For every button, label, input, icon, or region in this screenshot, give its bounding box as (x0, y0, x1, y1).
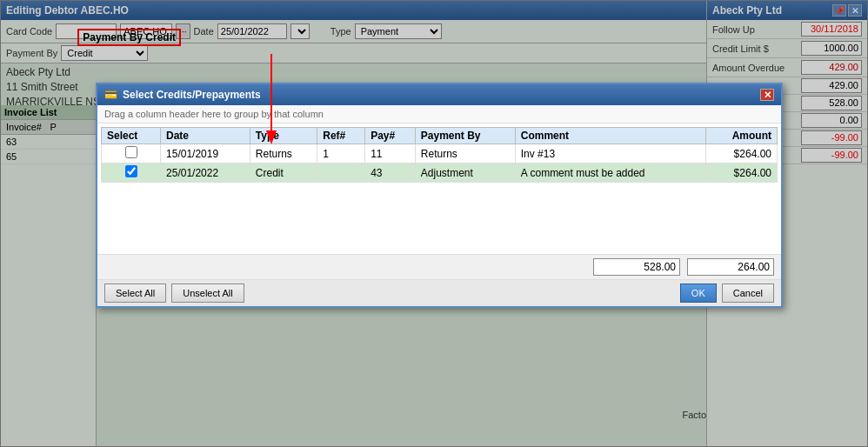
row2-amount: $264.00 (705, 163, 777, 183)
col-amount: Amount (705, 128, 777, 144)
row1-date: 15/01/2019 (161, 144, 250, 163)
row1-checkbox[interactable] (125, 146, 137, 158)
row1-select (102, 144, 161, 163)
credits-table: Select Date Type Ref# Pay# Payment By Co… (101, 127, 778, 183)
col-comment: Comment (515, 128, 705, 144)
row2-select (102, 163, 161, 183)
col-select: Select (102, 128, 161, 144)
row1-pay: 11 (365, 144, 416, 163)
ok-button[interactable]: OK (680, 284, 717, 303)
col-date: Date (161, 128, 250, 144)
select-all-button[interactable]: Select All (104, 284, 166, 303)
modal-icon: 💳 (104, 89, 117, 101)
row1-ref: 1 (317, 144, 365, 163)
total-left-input (593, 258, 680, 276)
footer-right-buttons: OK Cancel (680, 284, 774, 303)
table-row: 15/01/2019 Returns 1 11 Returns Inv #13 … (102, 144, 778, 163)
col-type: Type (250, 128, 317, 144)
row2-checkbox[interactable] (125, 165, 137, 177)
modal-footer: Select All Unselect All OK Cancel (97, 279, 781, 306)
row2-date: 25/01/2022 (161, 163, 250, 183)
col-pay: Pay# (365, 128, 416, 144)
col-payment-by: Payment By (415, 128, 515, 144)
row2-type: Credit (250, 163, 317, 183)
table-header-row: Select Date Type Ref# Pay# Payment By Co… (102, 128, 778, 144)
modal-drag-hint: Drag a column header here to group by th… (97, 105, 781, 123)
table-row: 25/01/2022 Credit 43 Adjustment A commen… (102, 163, 778, 183)
modal-close-button[interactable]: ✕ (760, 89, 774, 101)
modal-title-content: 💳 Select Credits/Prepayments (104, 89, 261, 101)
col-ref: Ref# (317, 128, 365, 144)
row1-amount: $264.00 (705, 144, 777, 163)
row2-payment-by: Adjustment (415, 163, 515, 183)
row2-comment: A comment must be added (515, 163, 705, 183)
modal-totals (97, 254, 781, 279)
row2-ref (317, 163, 365, 183)
modal-table-area: Select Date Type Ref# Pay# Payment By Co… (97, 123, 781, 254)
modal-dialog: 💳 Select Credits/Prepayments ✕ Drag a co… (96, 83, 783, 308)
row1-payment-by: Returns (415, 144, 515, 163)
unselect-all-button[interactable]: Unselect All (171, 284, 244, 303)
row1-comment: Inv #13 (515, 144, 705, 163)
row2-pay: 43 (365, 163, 416, 183)
row1-type: Returns (250, 144, 317, 163)
total-right-input (687, 258, 774, 276)
cancel-button[interactable]: Cancel (722, 284, 774, 303)
modal-title-text: Select Credits/Prepayments (123, 89, 261, 101)
modal-title-bar: 💳 Select Credits/Prepayments ✕ (97, 84, 781, 105)
footer-left-buttons: Select All Unselect All (104, 284, 244, 303)
